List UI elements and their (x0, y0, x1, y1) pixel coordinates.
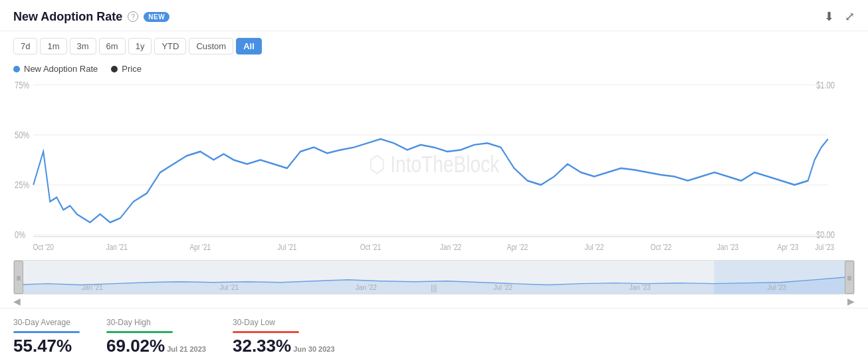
svg-text:Oct '22: Oct '22 (651, 243, 672, 251)
stat-bar-30-day-average (13, 331, 80, 333)
svg-text:Apr '22: Apr '22 (507, 243, 528, 251)
mini-date-2: Jul '21 (220, 284, 239, 291)
stat-bar-30-day-low (233, 331, 299, 333)
mini-date-5: Jan '23 (629, 284, 651, 291)
filter-btn-ytd[interactable]: YTD (154, 38, 186, 55)
stat-value-30-day-high: 69.02% Jul 21 2023 (106, 336, 206, 356)
scroll-indicator: ||| (431, 283, 437, 293)
stat-30-day-average: 30-Day Average 55.47% (13, 318, 80, 356)
filter-btn-6m[interactable]: 6m (99, 38, 126, 55)
scroll-right-arrow[interactable]: ▶ (847, 296, 855, 306)
legend-item-adoption-rate: New Adoption Rate (13, 64, 98, 74)
stat-bar-30-day-high (106, 331, 173, 333)
header: New Adoption Rate ? NEW ⬇ ⤢ (0, 0, 868, 31)
stats-row: 30-Day Average 55.47% 30-Day High 69.02%… (0, 308, 868, 363)
new-badge: NEW (144, 12, 169, 22)
page-title: New Adoption Rate (13, 10, 122, 24)
svg-text:25%: 25% (15, 180, 29, 190)
main-chart-area: 75% 50% 25% 0% $1.00 $0.00 Oct '20 J (0, 76, 868, 260)
stat-30-day-low: 30-Day Low 32.33% Jun 30 2023 (233, 318, 335, 356)
chart-wrapper: 75% 50% 25% 0% $1.00 $0.00 Oct '20 J (13, 76, 855, 260)
mini-date-6: Jul '23 (768, 284, 787, 291)
stat-sub-30-day-low: Jun 30 2023 (291, 345, 334, 353)
svg-text:Apr '21: Apr '21 (190, 243, 211, 251)
mini-date-3: Jan '22 (356, 284, 377, 291)
svg-text:Jul '23: Jul '23 (815, 243, 834, 251)
legend-item-price: Price (111, 64, 142, 74)
svg-text:0%: 0% (15, 230, 25, 240)
chart-legend: New Adoption RatePrice (0, 60, 868, 76)
stat-label-30-day-low: 30-Day Low (233, 318, 335, 327)
filter-btn-1m[interactable]: 1m (40, 38, 66, 55)
filter-btn-custom[interactable]: Custom (189, 38, 233, 55)
mini-chart-container: ||| ||| Jan '21 Jul '21 Jan '22 Jul '22 … (13, 260, 855, 295)
mini-date-4: Jul '22 (494, 284, 513, 291)
svg-text:Jul '22: Jul '22 (585, 243, 604, 251)
stat-label-30-day-average: 30-Day Average (13, 318, 80, 327)
scroll-row: ◀ ▶ (0, 295, 868, 308)
filter-btn-all[interactable]: All (236, 38, 262, 55)
time-filter-bar: 7d1m3m6m1yYTDCustomAll (0, 31, 868, 60)
main-chart-svg: 75% 50% 25% 0% $1.00 $0.00 Oct '20 J (13, 76, 855, 260)
stat-label-30-day-high: 30-Day High (106, 318, 206, 327)
header-left: New Adoption Rate ? NEW (13, 10, 169, 24)
svg-text:Apr '23: Apr '23 (778, 243, 799, 251)
mini-date-1: Jan '21 (82, 284, 103, 291)
stat-sub-30-day-high: Jul 21 2023 (165, 345, 206, 353)
legend-dot-adoption-rate (13, 66, 20, 72)
svg-text:50%: 50% (15, 130, 29, 140)
download-icon[interactable]: ⬇ (824, 9, 834, 24)
filter-btn-3m[interactable]: 3m (70, 38, 96, 55)
svg-text:Oct '20: Oct '20 (33, 243, 54, 251)
legend-dot-price (111, 66, 118, 72)
page-container: New Adoption Rate ? NEW ⬇ ⤢ 7d1m3m6m1yYT… (0, 0, 868, 363)
svg-text:75%: 75% (15, 80, 29, 90)
stat-value-30-day-low: 32.33% Jun 30 2023 (233, 336, 335, 356)
watermark-text: ⬡ IntoTheBlock (369, 151, 500, 178)
scroll-left-arrow[interactable]: ◀ (13, 296, 21, 306)
svg-text:Jan '21: Jan '21 (106, 243, 128, 251)
help-icon[interactable]: ? (128, 11, 138, 22)
stat-value-30-day-average: 55.47% (13, 336, 80, 356)
svg-text:Jan '22: Jan '22 (440, 243, 461, 251)
header-icons: ⬇ ⤢ (824, 9, 855, 24)
legend-label-adoption-rate: New Adoption Rate (24, 64, 98, 74)
filter-btn-1y[interactable]: 1y (128, 38, 152, 55)
expand-icon[interactable]: ⤢ (845, 9, 855, 24)
svg-text:Oct '21: Oct '21 (360, 243, 381, 251)
stat-30-day-high: 30-Day High 69.02% Jul 21 2023 (106, 318, 206, 356)
filter-btn-7d[interactable]: 7d (13, 38, 37, 55)
legend-label-price: Price (122, 64, 142, 74)
svg-text:Jul '21: Jul '21 (278, 243, 297, 251)
svg-text:Jan '23: Jan '23 (717, 243, 738, 251)
